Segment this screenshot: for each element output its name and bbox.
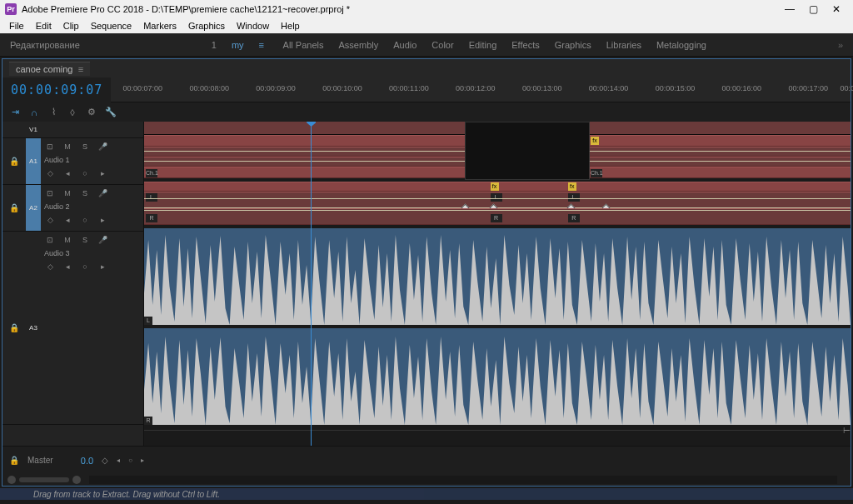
workspace-effects[interactable]: Effects — [511, 40, 539, 50]
marker-icon[interactable]: ◊ — [67, 107, 78, 118]
workspace-allpanels[interactable]: All Panels — [283, 40, 324, 50]
mute-button[interactable]: M — [62, 189, 73, 197]
track-toggle-icon[interactable]: ⊡ — [44, 142, 56, 151]
menu-markers[interactable]: Markers — [137, 21, 182, 31]
mute-button[interactable]: M — [62, 142, 73, 151]
track-name-a3: Audio 3 — [44, 249, 70, 257]
clip-a2-l[interactable]: L L L — [144, 192, 851, 208]
track-id-a1[interactable]: A1 — [26, 138, 41, 184]
clip-a2-l-head[interactable]: fx fx — [144, 182, 851, 192]
playhead[interactable] — [311, 122, 312, 446]
add-keyframe-icon[interactable]: ○ — [79, 216, 91, 224]
prev-keyframe-icon[interactable]: ◂ — [62, 216, 73, 224]
master-value[interactable]: 0.0 — [62, 456, 94, 466]
track-toggle-icon[interactable]: ⊡ — [44, 236, 56, 244]
current-timecode[interactable]: 00:00:09:07 — [2, 82, 111, 97]
voice-icon[interactable]: 🎤 — [97, 189, 108, 197]
workspace-color[interactable]: Color — [431, 40, 453, 50]
mute-button[interactable]: M — [62, 236, 73, 244]
track-header-a1[interactable]: 🔒 A1 ⊡ M S 🎤 Audio 1 ◇ ◂ ○ ▸ — [2, 138, 143, 185]
sequence-tab[interactable]: canoe coming ≡ — [9, 62, 90, 76]
wrench-icon[interactable]: 🔧 — [105, 107, 117, 118]
rubber-band[interactable] — [144, 198, 851, 199]
solo-button[interactable]: S — [79, 142, 91, 151]
track-header-a2[interactable]: 🔒 A2 ⊡ M S 🎤 Audio 2 ◇ ◂ ○ ▸ — [2, 185, 143, 232]
keyframe-icon[interactable]: ◇ — [44, 262, 56, 271]
keyframe-icon[interactable]: ◇ — [44, 216, 56, 224]
keyframe-icon[interactable]: ◇ — [102, 456, 108, 465]
range-end-icon[interactable]: ⊢ — [843, 426, 851, 435]
workspace-menu-icon[interactable]: ≡ — [259, 40, 268, 50]
add-keyframe-icon[interactable]: ○ — [79, 262, 91, 271]
workspace-my[interactable]: my — [232, 40, 244, 50]
add-keyframe-icon[interactable]: ○ — [128, 457, 132, 464]
track-id-a2[interactable]: A2 — [26, 185, 41, 231]
menu-clip[interactable]: Clip — [57, 21, 85, 31]
channel-label: Ch.1 — [591, 169, 602, 177]
prev-keyframe-icon[interactable]: ◂ — [62, 262, 73, 271]
voice-icon[interactable]: 🎤 — [97, 236, 108, 244]
track-header-a3[interactable]: 🔒 A3 ⊡ M S 🎤 Audio 3 ◇ ◂ ○ ▸ — [2, 232, 143, 425]
horizontal-scrollbar[interactable] — [89, 476, 837, 484]
track-id-a3[interactable]: A3 — [26, 232, 41, 424]
link-icon[interactable]: ⌇ — [47, 107, 59, 118]
next-keyframe-icon[interactable]: ▸ — [97, 262, 108, 271]
time-ruler[interactable]: 00:00:07:00 00:00:08:00 00:00:09:00 00:0… — [111, 77, 851, 102]
lock-icon[interactable]: 🔒 — [2, 232, 26, 424]
workspace-audio[interactable]: Audio — [393, 40, 417, 50]
prev-keyframe-icon[interactable]: ◂ — [62, 169, 73, 177]
menu-window[interactable]: Window — [231, 21, 275, 31]
track-header-v1[interactable]: V1 — [2, 122, 143, 138]
workspace-metalogging[interactable]: Metalogging — [656, 40, 706, 50]
menu-file[interactable]: File — [3, 21, 30, 31]
prev-keyframe-icon[interactable]: ◂ — [117, 457, 120, 464]
waveform-a3-r[interactable]: R — [144, 328, 851, 425]
voice-icon[interactable]: 🎤 — [97, 142, 108, 151]
minimize-button[interactable]: — — [778, 3, 801, 15]
zoom-slider[interactable] — [19, 477, 69, 482]
lock-icon[interactable] — [2, 122, 26, 137]
workspace-editing[interactable]: Редактирование — [10, 40, 80, 50]
fx-badge[interactable]: fx — [568, 182, 576, 191]
next-keyframe-icon[interactable]: ▸ — [141, 457, 144, 464]
workspace-graphics[interactable]: Graphics — [555, 40, 591, 50]
track-body[interactable]: fx Ch.1 Ch.1 fx fx L L L — [144, 122, 851, 446]
lock-icon[interactable]: 🔒 — [9, 456, 19, 465]
scroll-range[interactable]: ⊩ ⊢ — [144, 430, 851, 435]
workspace-editing2[interactable]: Editing — [469, 40, 497, 50]
menu-bar: File Edit Clip Sequence Markers Graphics… — [0, 18, 853, 33]
rubber-band[interactable] — [144, 210, 851, 211]
menu-edit[interactable]: Edit — [30, 21, 57, 31]
menu-sequence[interactable]: Sequence — [85, 21, 138, 31]
add-keyframe-icon[interactable]: ○ — [79, 169, 91, 177]
program-thumbnail[interactable] — [465, 122, 590, 180]
track-id-v1[interactable]: V1 — [26, 122, 41, 137]
settings-icon[interactable]: ⚙ — [86, 107, 97, 118]
zoom-in-handle[interactable] — [72, 476, 81, 484]
close-button[interactable]: ✕ — [825, 3, 848, 15]
workspace-overflow-icon[interactable]: » — [838, 40, 843, 50]
tab-menu-icon[interactable]: ≡ — [78, 64, 83, 74]
workspace-libraries[interactable]: Libraries — [606, 40, 641, 50]
workspace-assembly[interactable]: Assembly — [339, 40, 379, 50]
snap-icon[interactable]: ⇥ — [9, 107, 21, 118]
zoom-out-handle[interactable] — [7, 476, 16, 484]
track-toggle-icon[interactable]: ⊡ — [44, 189, 56, 197]
fx-badge[interactable]: fx — [591, 137, 599, 145]
timeline-panel: canoe coming ≡ 00:00:09:07 00:00:07:00 0… — [2, 58, 851, 487]
next-keyframe-icon[interactable]: ▸ — [97, 169, 108, 177]
menu-help[interactable]: Help — [275, 21, 306, 31]
ruler-tick: 00:00:17:00 — [788, 84, 828, 92]
lock-icon[interactable]: 🔒 — [2, 138, 26, 184]
solo-button[interactable]: S — [79, 189, 91, 197]
next-keyframe-icon[interactable]: ▸ — [97, 216, 108, 224]
keyframe-icon[interactable]: ◇ — [44, 169, 56, 177]
lock-icon[interactable]: 🔒 — [2, 185, 26, 231]
solo-button[interactable]: S — [79, 236, 91, 244]
menu-graphics[interactable]: Graphics — [182, 21, 231, 31]
waveform-a3-l[interactable]: L — [144, 228, 851, 325]
magnet-icon[interactable]: ∩ — [28, 107, 40, 118]
maximize-button[interactable]: ▢ — [801, 3, 825, 15]
fx-badge[interactable]: fx — [491, 182, 499, 191]
clip-a2-r[interactable]: R R R — [144, 208, 851, 225]
